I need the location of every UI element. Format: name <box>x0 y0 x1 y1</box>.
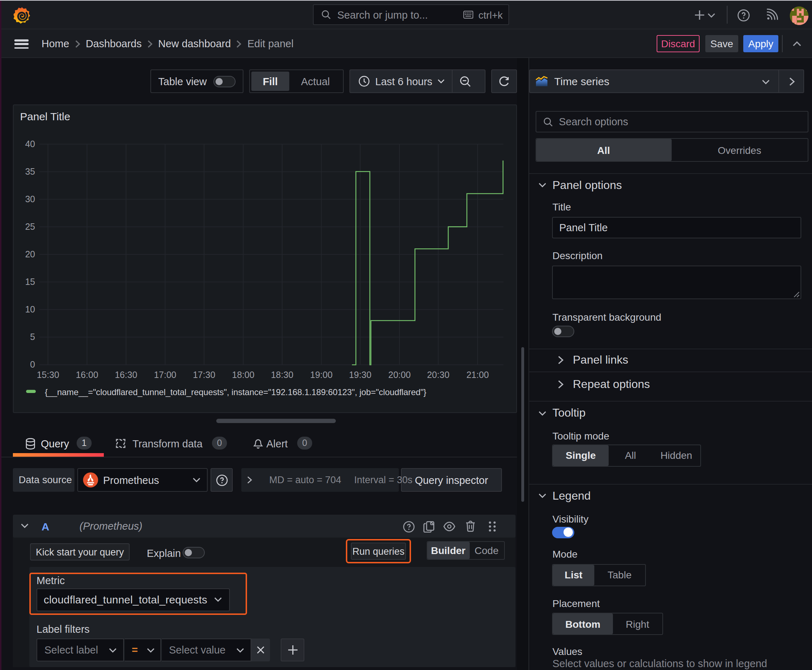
svg-text:19:00: 19:00 <box>310 370 332 380</box>
svg-text:16:00: 16:00 <box>76 370 98 380</box>
svg-text:21:00: 21:00 <box>466 370 489 380</box>
svg-text:15: 15 <box>25 277 35 287</box>
svg-text:17:30: 17:30 <box>193 370 215 380</box>
svg-text:10: 10 <box>25 304 35 314</box>
svg-text:19:30: 19:30 <box>349 370 371 380</box>
svg-text:20:00: 20:00 <box>388 370 411 380</box>
svg-text:15:30: 15:30 <box>37 370 59 380</box>
svg-text:{__name__="cloudflared_tunnel_: {__name__="cloudflared_tunnel_total_requ… <box>45 387 426 397</box>
svg-text:35: 35 <box>25 166 35 176</box>
svg-text:20:30: 20:30 <box>427 370 450 380</box>
svg-text:17:00: 17:00 <box>154 370 176 380</box>
svg-text:18:30: 18:30 <box>271 370 293 380</box>
svg-text:0: 0 <box>30 359 35 369</box>
svg-text:5: 5 <box>30 332 35 342</box>
svg-text:25: 25 <box>25 222 35 232</box>
svg-text:40: 40 <box>25 139 35 149</box>
svg-text:18:00: 18:00 <box>232 370 254 380</box>
svg-text:20: 20 <box>25 249 35 259</box>
svg-text:16:30: 16:30 <box>115 370 137 380</box>
svg-text:30: 30 <box>25 194 35 204</box>
